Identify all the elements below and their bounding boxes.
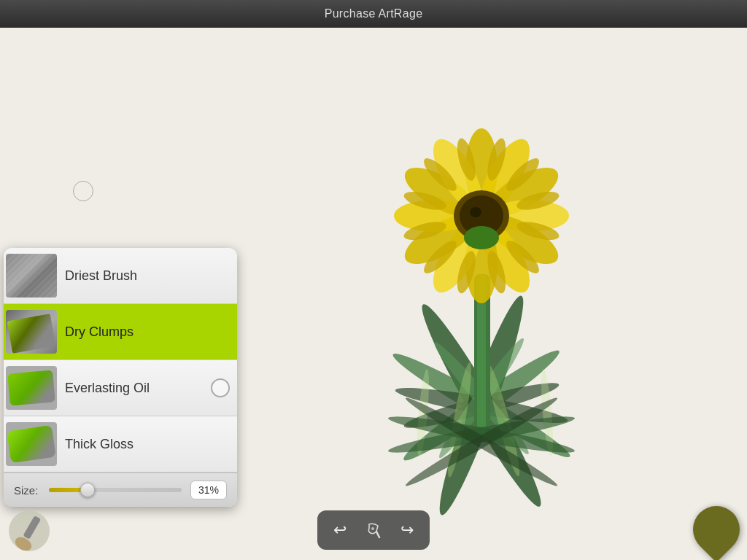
brush-cursor [73,181,93,201]
svg-point-44 [470,207,481,217]
brush-panel: Driest Brush Dry Clumps Everlasting Oil … [4,248,237,507]
size-value: 31% [190,481,227,499]
size-label: Size: [14,484,42,497]
brush-item-thick-gloss[interactable]: Thick Gloss [4,416,237,472]
redo-button[interactable]: ↪ [392,515,422,545]
brush-item-driest-brush[interactable]: Driest Brush [4,248,237,304]
everlasting-info-icon[interactable] [211,378,230,397]
brush-item-dry-clumps[interactable]: Dry Clumps [4,304,237,360]
brush-menu-icon [363,520,384,540]
brush-name-dryclumps: Dry Clumps [65,324,237,340]
svg-point-45 [464,226,499,249]
size-row: Size: 31% [4,472,237,507]
app-title: Purchase ArtRage [325,7,423,20]
redo-icon: ↪ [400,521,414,540]
svg-line-49 [376,532,379,537]
brush-name-thickgloss: Thick Gloss [65,437,237,452]
size-slider-thumb[interactable] [80,483,95,497]
size-slider[interactable] [49,488,182,492]
painting [255,55,708,551]
bottom-toolbar: ↩ ↪ [317,510,430,550]
top-bar: Purchase ArtRage [0,0,747,28]
brush-thumbnail-dryclumps [4,304,59,359]
undo-button[interactable]: ↩ [325,515,355,545]
svg-point-50 [371,527,374,530]
brush-thumbnail-everlasting [4,360,59,416]
brush-name-everlasting: Everlasting Oil [65,381,211,396]
undo-icon: ↩ [333,521,347,540]
brush-thumbnail-driest [4,248,59,303]
brush-tool-icon[interactable] [7,509,51,553]
brush-thumbnail-thickgloss [4,416,59,472]
brush-item-everlasting-oil[interactable]: Everlasting Oil [4,360,237,416]
brush-name-driest: Driest Brush [65,268,237,284]
brush-menu-button[interactable] [358,515,389,545]
